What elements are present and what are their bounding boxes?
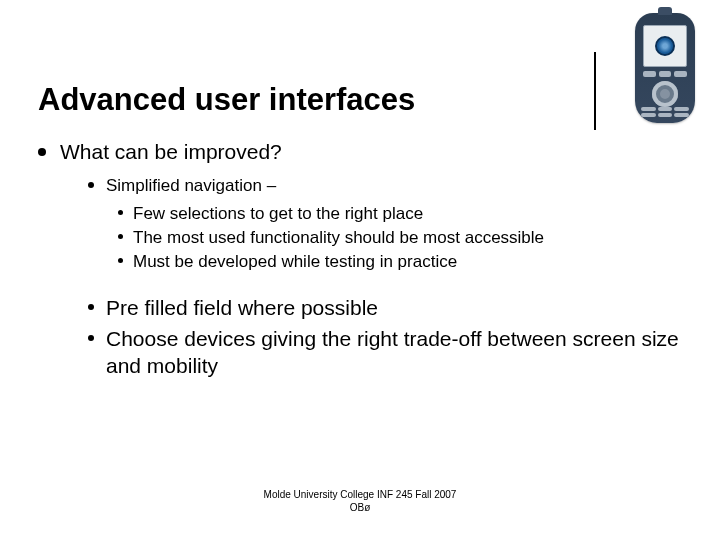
- text: Must be developed while testing in pract…: [133, 250, 457, 274]
- slide: Advanced user interfaces What can be imp…: [0, 0, 720, 540]
- bullet-icon: [88, 304, 94, 310]
- list-item: Choose devices giving the right trade-of…: [60, 326, 682, 380]
- list-item: Few selections to get to the right place: [60, 202, 682, 226]
- bullet-icon: [118, 210, 123, 215]
- slide-title: Advanced user interfaces: [38, 82, 415, 118]
- bullet-icon: [118, 234, 123, 239]
- footer-line: Molde University College INF 245 Fall 20…: [0, 488, 720, 501]
- heading: What can be improved?: [60, 140, 682, 164]
- footer: Molde University College INF 245 Fall 20…: [0, 488, 720, 514]
- bullet-icon: [88, 182, 94, 188]
- bullet-icon: [88, 335, 94, 341]
- list-item: What can be improved? Simplified navigat…: [38, 140, 682, 384]
- list-item: Pre filled field where possible: [60, 295, 682, 322]
- text: The most used functionality should be mo…: [133, 226, 544, 250]
- list-item: Simplified navigation –: [60, 176, 682, 196]
- phone-icon: [635, 13, 695, 123]
- list-item: Must be developed while testing in pract…: [60, 250, 682, 274]
- footer-line: OBø: [0, 501, 720, 514]
- bullet-icon: [38, 148, 46, 156]
- content: What can be improved? Simplified navigat…: [38, 140, 682, 398]
- text: Few selections to get to the right place: [133, 202, 423, 226]
- subheading: Simplified navigation –: [106, 176, 682, 196]
- bullet-icon: [118, 258, 123, 263]
- vertical-divider: [594, 52, 596, 130]
- text: Pre filled field where possible: [106, 295, 378, 322]
- text: Choose devices giving the right trade-of…: [106, 326, 682, 380]
- list-item: The most used functionality should be mo…: [60, 226, 682, 250]
